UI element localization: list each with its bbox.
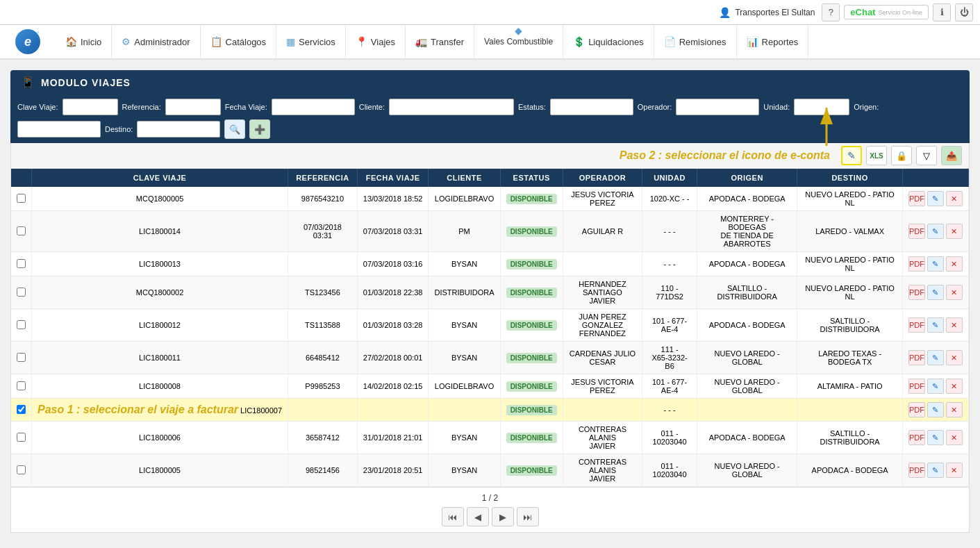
row-edit-button[interactable]: ✎ [927,285,944,300]
row-delete-button[interactable]: ✕ [946,224,963,239]
input-estatus[interactable] [550,99,633,115]
row-checkbox-cell[interactable] [11,422,32,454]
row-edit-button[interactable]: ✎ [927,379,944,394]
row-edit-button[interactable]: ✎ [927,317,944,333]
row-edit-button[interactable]: ✎ [927,224,944,239]
input-clave[interactable] [63,99,118,115]
row-unidad: 101 - 677- AE-4 [642,374,697,399]
row-delete-button[interactable]: ✕ [946,379,963,394]
power-button[interactable]: ⏻ [955,3,973,22]
row-delete-button[interactable]: ✕ [946,256,963,272]
row-checkbox-cell[interactable] [11,342,32,374]
row-pdf-button[interactable]: PDF [908,256,925,272]
row-checkbox[interactable] [17,320,26,329]
row-fecha: 07/03/2018 03:31 [357,211,429,252]
page-last-button[interactable]: ⏭ [517,507,539,526]
row-pdf-button[interactable]: PDF [908,463,925,478]
nav-item-vales[interactable]: ◆ Vales Combustible [474,25,563,58]
add-button[interactable]: ➕ [249,119,270,139]
row-cliente: DISTRIBUIDORA [429,276,500,309]
input-fecha[interactable] [272,99,355,115]
row-edit-button[interactable]: ✎ [927,191,944,206]
row-unidad: - - - [642,252,697,276]
row-operador: CONTRERAS ALANIS JAVIER [563,422,642,454]
row-checkbox-cell[interactable] [11,454,32,487]
input-referencia[interactable] [165,99,221,115]
input-origen[interactable] [17,121,101,138]
status-badge: DISPONIBLE [506,465,557,476]
row-delete-button[interactable]: ✕ [946,317,963,333]
row-checkbox-cell[interactable] [11,399,32,422]
row-checkbox[interactable] [17,288,26,297]
lock-button[interactable]: 🔒 [891,146,912,165]
page-prev-button[interactable]: ◀ [467,507,489,526]
row-destino: SALTILLO - DISTRIBUIDORA [797,422,903,454]
page-next-button[interactable]: ▶ [492,507,514,526]
input-destino[interactable] [137,121,220,138]
row-delete-button[interactable]: ✕ [946,463,963,478]
row-checkbox-cell[interactable] [11,276,32,309]
nav-item-servicios[interactable]: ▦ Servicios [276,25,346,58]
row-pdf-button[interactable]: PDF [908,191,925,206]
label-destino: Destino: [105,125,133,133]
row-pdf-button[interactable]: PDF [908,402,925,417]
input-operador[interactable] [676,99,759,115]
nav-item-remisiones[interactable]: 📄 Remisiones [654,25,737,58]
nav-item-viajes[interactable]: 📍 Viajes [346,25,406,58]
row-checkbox[interactable] [17,226,26,235]
row-pdf-button[interactable]: PDF [908,224,925,239]
table-row: LIC1800008 P9985253 14/02/2018 02:15 LOG… [11,374,969,399]
row-delete-button[interactable]: ✕ [946,285,963,300]
row-delete-button[interactable]: ✕ [946,350,963,365]
excel-button[interactable]: XLS [866,146,887,165]
row-edit-button[interactable]: ✎ [927,402,944,417]
row-checkbox[interactable] [17,405,26,414]
filter-button[interactable]: ▽ [916,146,937,165]
col-header-destino: DESTINO [797,169,903,187]
page-first-button[interactable]: ⏮ [442,507,464,526]
label-cliente: Cliente: [359,103,385,111]
nav-item-liquidaciones[interactable]: 💲 Liquidaciones [563,25,654,58]
gear-icon: ⚙ [122,36,131,47]
row-pdf-button[interactable]: PDF [908,350,925,365]
row-checkbox[interactable] [17,353,26,362]
search-button[interactable]: 🔍 [224,119,245,139]
row-checkbox[interactable] [17,433,26,442]
row-edit-button[interactable]: ✎ [927,430,944,445]
row-destino: NUEVO LAREDO - PATIO NL [797,187,903,211]
nav-item-transfer[interactable]: 🚛 Transfer [406,25,474,58]
row-pdf-button[interactable]: PDF [908,379,925,394]
help-button[interactable]: ? [822,3,840,22]
nav-item-inicio[interactable]: 🏠 Inicio [56,25,112,58]
nav-item-catalogos[interactable]: 📋 Catálogos [201,25,277,58]
row-checkbox-cell[interactable] [11,374,32,399]
row-checkbox[interactable] [17,381,26,390]
nav-item-reportes[interactable]: 📊 Reportes [737,25,809,58]
row-checkbox-cell[interactable] [11,211,32,252]
row-unidad: 101 - 677- AE-4 [642,309,697,342]
row-checkbox[interactable] [17,465,26,474]
row-edit-button[interactable]: ✎ [927,256,944,272]
nav-item-administrador[interactable]: ⚙ Administrador [112,25,200,58]
row-pdf-button[interactable]: PDF [908,430,925,445]
input-cliente[interactable] [389,99,514,115]
row-checkbox-cell[interactable] [11,187,32,211]
row-delete-button[interactable]: ✕ [946,430,963,445]
row-pdf-button[interactable]: PDF [908,317,925,333]
info-button[interactable]: ℹ [933,3,951,22]
row-delete-button[interactable]: ✕ [946,191,963,206]
row-checkbox[interactable] [17,259,26,268]
row-delete-button[interactable]: ✕ [946,402,963,417]
row-edit-button[interactable]: ✎ [927,350,944,365]
row-destino: LAREDO - VALMAX [797,211,903,252]
input-unidad[interactable] [794,99,849,115]
econta-button[interactable]: ✎ [841,146,862,165]
row-checkbox-cell[interactable] [11,309,32,342]
row-checkbox-cell[interactable] [11,252,32,276]
export-button[interactable]: 📤 [941,146,962,165]
row-pdf-button[interactable]: PDF [908,285,925,300]
echat-button[interactable]: eChat Servicio On-line [844,5,929,19]
table-body: MCQ1800005 9876543210 13/03/2018 18:52 L… [11,187,969,487]
row-edit-button[interactable]: ✎ [927,463,944,478]
row-checkbox[interactable] [17,194,26,203]
